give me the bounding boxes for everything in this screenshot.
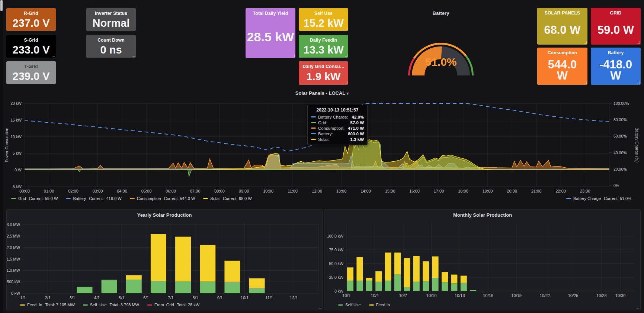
stat-t-grid-label: T-Grid (24, 64, 38, 69)
scrollbar-thumb[interactable] (0, 0, 3, 11)
svg-text:08:00: 08:00 (214, 189, 225, 193)
svg-text:Battery Charge (%): Battery Charge (%) (635, 128, 639, 162)
bar-Feed_In (175, 237, 191, 281)
legend-item-battery[interactable]: Battery Current: -418.0 W (66, 196, 121, 201)
legend-series-name: Feed_In (27, 303, 42, 307)
svg-text:10/1: 10/1 (241, 296, 249, 300)
svg-text:-5 kW: -5 kW (12, 184, 22, 189)
stat-r-grid-label: R-Grid (24, 11, 38, 16)
series-dash-icon (203, 198, 208, 199)
bar-Self_Use (175, 281, 191, 293)
legend-item-feed-in[interactable]: Feed_In Total: 7.105 MW (20, 303, 75, 307)
yearly-solar-chart[interactable]: 3.0 MW2.5 MW2.0 MW1.5 MW1.0 MW500 kW0 kW… (7, 220, 322, 302)
svg-text:10/4: 10/4 (371, 293, 378, 298)
svg-text:10/16: 10/16 (483, 293, 493, 298)
svg-text:100.0 kW: 100.0 kW (327, 234, 343, 238)
svg-text:05:00: 05:00 (141, 189, 152, 193)
monthly-solar-production-panel: Monthly Solar Production 10/110/410/710/… (324, 209, 641, 310)
bar-Feed In (451, 275, 457, 284)
legend-item-self-use[interactable]: Self_Use Total: 3.798 MW (83, 303, 139, 307)
svg-text:10/7: 10/7 (399, 293, 407, 298)
bar-Self_Use (102, 280, 117, 293)
svg-text:1/1: 1/1 (20, 296, 26, 300)
timeseries-panel-title[interactable]: Solar Panels - LOCAL ▾ (3, 90, 641, 96)
bar-Self Use (356, 281, 363, 291)
legend-series-total: Total: 7.105 MW (45, 303, 74, 307)
stat-solar-panels-value: 68.0 W (544, 16, 580, 45)
bar-Feed_In (126, 275, 142, 280)
svg-text:11:00: 11:00 (288, 189, 298, 193)
stat-total-daily-yield: Total Daily Yield 28.5 kW (246, 8, 295, 58)
bar-Feed In (394, 252, 401, 274)
monthly-solar-chart[interactable]: 10/110/410/710/1010/1310/1610/1910/2210/… (325, 220, 640, 302)
tooltip-label: Consumption: (318, 126, 345, 130)
svg-text:2.5 MW: 2.5 MW (7, 234, 20, 238)
legend-item-consumption[interactable]: Consumption Current: 544.0 W (130, 196, 195, 201)
bar-Self Use (461, 283, 467, 291)
svg-text:1.0 MW: 1.0 MW (7, 268, 20, 272)
svg-text:18:00: 18:00 (458, 189, 468, 193)
legend-item-self-use[interactable]: Self Use (338, 303, 361, 307)
legend-item-from-grid[interactable]: From_Grid Total: 28 kW (147, 303, 199, 307)
stat-count-down-value: 0 ns (100, 43, 122, 58)
bar-Feed_In (151, 234, 166, 281)
legend-series-name: Battery (73, 196, 86, 201)
svg-text:17:00: 17:00 (434, 189, 444, 193)
yearly-solar-production-panel: Yearly Solar Production 3.0 MW2.5 MW2.0 … (6, 209, 323, 310)
bar-Self Use (451, 283, 457, 291)
svg-text:10/28: 10/28 (596, 293, 607, 298)
svg-text:500 kW: 500 kW (7, 280, 20, 284)
svg-text:4/1: 4/1 (94, 296, 100, 300)
yearly-legend: Feed_In Total: 7.105 MW Self_Use Total: … (20, 303, 208, 307)
svg-text:20 kW: 20 kW (10, 101, 22, 106)
bar-Self_Use (77, 287, 92, 293)
svg-text:10/10: 10/10 (426, 293, 437, 298)
stat-total-daily-yield-value: 28.5 kW (247, 16, 294, 58)
monthly-chart-title: Monthly Solar Production (325, 212, 640, 218)
series-dash-icon (311, 139, 316, 140)
svg-text:02:00: 02:00 (68, 189, 79, 193)
bar-Feed_In (224, 261, 240, 281)
svg-text:20.00%: 20.00% (613, 167, 627, 171)
legend-item-feed-in[interactable]: Feed In (369, 303, 390, 307)
stat-grid-value: 59.0 W (597, 16, 634, 45)
series-dash-icon (338, 304, 343, 306)
svg-text:12/1: 12/1 (290, 296, 298, 300)
svg-text:10/13: 10/13 (455, 293, 465, 298)
svg-text:5 kW: 5 kW (13, 151, 22, 155)
bar-Feed_In (200, 245, 215, 282)
bar-Self Use (394, 275, 401, 291)
tooltip-label: Battery: (318, 132, 333, 136)
bar-Feed In (413, 256, 420, 282)
stat-daily-feedin-label: Daily FeedIn (310, 38, 337, 43)
svg-text:75.0 kW: 75.0 kW (329, 248, 343, 252)
tooltip-row: Solar: 1.3 kW (311, 136, 364, 142)
legend-item-grid[interactable]: Grid Current: 59.0 W (11, 196, 58, 201)
bar-Self Use (423, 281, 429, 291)
legend-item-solar[interactable]: Solar Current: 68.0 W (203, 196, 251, 201)
svg-text:11/1: 11/1 (265, 296, 273, 300)
svg-text:2/1: 2/1 (45, 296, 51, 300)
bar-Feed In (347, 267, 353, 281)
tooltip-label: Solar: (318, 137, 329, 142)
svg-text:25.0 kW: 25.0 kW (329, 275, 343, 280)
yearly-chart-title: Yearly Solar Production (7, 212, 322, 218)
solar-panels-timeseries-panel: Solar Panels - LOCAL ▾ 20 kW15 kW10 kW5 … (3, 88, 641, 206)
stat-consumption-value: 544.0 W (544, 55, 581, 85)
bar-Self Use (442, 282, 448, 291)
legend-item-battery-charge[interactable]: Battery Charge Current: 51.0% (566, 196, 631, 201)
stat-s-grid-label: S-Grid (24, 38, 38, 43)
legend-series-metric: Current: 68.0 W (223, 196, 252, 201)
svg-text:1.5 MW: 1.5 MW (7, 257, 20, 261)
legend-series-name: Self_Use (90, 303, 107, 307)
svg-text:10 kW: 10 kW (10, 135, 22, 139)
svg-text:10/25: 10/25 (568, 293, 579, 298)
svg-text:03:00: 03:00 (93, 189, 103, 193)
svg-text:10/30: 10/30 (615, 293, 626, 298)
stat-inverter-status-value: Normal (93, 16, 130, 31)
stat-r-grid-value: 237.0 V (13, 16, 50, 31)
battery-gauge-panel: Battery 51.0% (385, 8, 497, 85)
legend-series-metric: Current: 59.0 W (29, 196, 58, 201)
bar-Feed In (375, 271, 382, 282)
tooltip-row: Battery Charge: 42.0% (311, 114, 364, 120)
